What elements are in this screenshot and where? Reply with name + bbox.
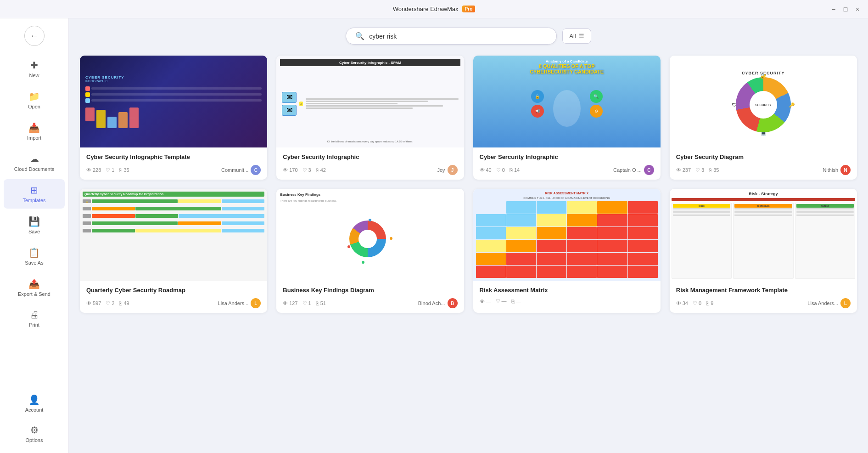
likes-2: ♡ 0 <box>496 167 505 173</box>
template-info-7: Risk Management Framework Template 👁 34 … <box>670 281 857 313</box>
sidebar-item-save[interactable]: 💾 Save <box>4 210 65 240</box>
search-input[interactable] <box>369 33 547 40</box>
sidebar-label-export: Export & Send <box>18 291 50 297</box>
copies-2: ⎘ 14 <box>510 167 520 173</box>
saveas-icon: 📋 <box>28 247 40 258</box>
template-thumbnail-1: Cyber Sercurity Infographic - SPAM ✉ ✉ ⚠ <box>276 56 464 147</box>
author-3: Nithish N <box>823 165 851 175</box>
sidebar-item-saveas[interactable]: 📋 Save As <box>4 242 65 271</box>
sidebar-label-templates: Templates <box>22 198 45 203</box>
views-1: 👁 170 <box>283 167 297 173</box>
sidebar-label-options: Options <box>26 437 43 443</box>
search-bar: 🔍 <box>346 28 557 45</box>
views-4: 👁 597 <box>86 300 101 306</box>
copies-6: ⎘ — <box>511 299 521 304</box>
sidebar-item-import[interactable]: 📥 Import <box>4 117 65 146</box>
close-button[interactable]: × <box>854 6 861 12</box>
likes-7: ♡ 0 <box>693 300 701 306</box>
avatar-4: L <box>251 298 261 308</box>
template-card-roadmap[interactable]: Quarterly Cyber Security Roadmap for Org… <box>80 189 267 313</box>
template-info-5: Business Key Findings Diagram 👁 127 ♡ 1 … <box>276 281 464 313</box>
template-meta-1: 👁 170 ♡ 3 ⎘ 42 Joy J <box>283 165 457 175</box>
filter-label: All <box>569 33 576 40</box>
template-title-5: Business Key Findings Diagram <box>283 286 457 294</box>
sidebar-label-open: Open <box>28 104 40 109</box>
sidebar-label-new: New <box>29 73 39 78</box>
template-card-cyber-infographic[interactable]: CYBER SECURITY INFOGRAPHIC <box>80 56 267 180</box>
template-card-qualities[interactable]: Anatomy of a Candidate 8 QUALITIES OF A … <box>473 56 661 180</box>
sidebar-back-area: ← <box>0 18 68 53</box>
template-info-3: Cyber Security Diagram 👁 237 ♡ 3 ⎘ 35 Ni… <box>670 147 857 180</box>
author-0: Communit... C <box>221 165 261 175</box>
sidebar-item-open[interactable]: 📁 Open <box>4 85 65 115</box>
template-info-2: Cyber Sercurity Infographic 👁 40 ♡ 0 ⎘ 1… <box>473 147 661 180</box>
template-info-1: Cyber Security Infographic 👁 170 ♡ 3 ⎘ 4… <box>276 147 464 180</box>
new-icon: ✚ <box>30 60 38 71</box>
titlebar: Wondershare EdrawMax Pro − □ × <box>0 0 868 18</box>
template-card-diagram[interactable]: CYBER SECURITY SECURITY 🔐 💻 🛡 🔑 <box>670 56 857 180</box>
avatar-1: J <box>448 165 458 175</box>
template-card-riskmatrix[interactable]: RISK ASSESSMENT MATRIX COMBINE THE LIKEL… <box>473 189 661 313</box>
views-2: 👁 40 <box>480 167 492 173</box>
cloud-icon: ☁ <box>30 153 39 164</box>
maximize-button[interactable]: □ <box>842 6 849 12</box>
avatar-7: L <box>840 298 851 308</box>
app-title: Wondershare EdrawMax Pro <box>393 6 476 12</box>
template-thumbnail-0: CYBER SECURITY INFOGRAPHIC <box>80 56 267 147</box>
sidebar-spacer <box>0 334 68 388</box>
sidebar-item-export[interactable]: 📤 Export & Send <box>4 273 65 302</box>
copies-1: ⎘ 42 <box>316 167 326 173</box>
sidebar-item-cloud[interactable]: ☁ Cloud Documents <box>4 148 65 177</box>
filter-button[interactable]: All ☰ <box>562 28 591 44</box>
avatar-5: B <box>448 298 458 308</box>
template-info-0: Cyber Security Infographic Template 👁 22… <box>80 147 267 180</box>
main-layout: ← ✚ New 📁 Open 📥 Import ☁ Cloud Document… <box>0 18 868 453</box>
minimize-button[interactable]: − <box>830 6 837 12</box>
template-title-6: Risk Assessment Matrix <box>480 286 654 294</box>
search-icon: 🔍 <box>355 32 364 40</box>
options-icon: ⚙ <box>30 425 39 436</box>
template-card-spam[interactable]: Cyber Sercurity Infographic - SPAM ✉ ✉ ⚠ <box>276 56 464 180</box>
template-title-0: Cyber Security Infographic Template <box>86 153 261 161</box>
copies-4: ⎘ 49 <box>119 300 129 306</box>
views-5: 👁 127 <box>283 300 297 306</box>
sidebar-label-save: Save <box>28 229 40 234</box>
app-name: Wondershare EdrawMax <box>393 6 459 12</box>
template-meta-6: 👁 — ♡ — ⎘ — <box>480 298 654 304</box>
export-icon: 📤 <box>28 278 40 289</box>
author-2: Captain O ... C <box>613 165 654 175</box>
likes-6: ♡ — <box>496 298 507 304</box>
views-6: 👁 — <box>480 299 491 304</box>
sidebar-label-import: Import <box>27 135 41 141</box>
content-area: 🔍 All ☰ CYBER SECURITY INFOGRAPHIC <box>69 18 868 453</box>
sidebar-item-account[interactable]: 👤 Account <box>4 389 65 418</box>
search-bar-wrapper: 🔍 All ☰ <box>80 28 857 45</box>
template-title-7: Risk Management Framework Template <box>676 286 851 294</box>
templates-icon: ⊞ <box>30 185 38 196</box>
template-meta-5: 👁 127 ♡ 1 ⎘ 51 Binod Ach... B <box>283 298 457 308</box>
back-button[interactable]: ← <box>24 26 45 46</box>
template-thumbnail-5: Business Key Findings There are key find… <box>276 189 464 281</box>
template-meta-3: 👁 237 ♡ 3 ⎘ 35 Nithish N <box>676 165 851 175</box>
sidebar-label-account: Account <box>25 407 44 413</box>
sidebar-item-new[interactable]: ✚ New <box>4 54 65 84</box>
views-7: 👁 34 <box>676 300 688 306</box>
pro-badge: Pro <box>462 6 476 12</box>
sidebar-item-templates[interactable]: ⊞ Templates <box>4 179 65 209</box>
sidebar-label-print: Print <box>29 322 39 328</box>
window-controls: − □ × <box>830 6 861 12</box>
sidebar-item-print[interactable]: 🖨 Print <box>4 304 65 333</box>
template-meta-4: 👁 597 ♡ 2 ⎘ 49 Lisa Anders... L <box>86 298 261 308</box>
import-icon: 📥 <box>28 122 40 133</box>
print-icon: 🖨 <box>30 310 39 320</box>
sidebar-label-saveas: Save As <box>25 260 43 266</box>
sidebar-item-options[interactable]: ⚙ Options <box>4 419 65 448</box>
sidebar-label-cloud: Cloud Documents <box>14 166 54 172</box>
likes-4: ♡ 2 <box>106 300 114 306</box>
account-icon: 👤 <box>28 394 40 405</box>
template-title-1: Cyber Security Infographic <box>283 153 457 161</box>
template-card-bizkey[interactable]: Business Key Findings There are key find… <box>276 189 464 313</box>
template-title-4: Quarterly Cyber Security Roadmap <box>86 286 261 294</box>
template-card-riskstrategy[interactable]: Risk - Strategy Input <box>670 189 857 313</box>
likes-1: ♡ 3 <box>302 167 311 173</box>
